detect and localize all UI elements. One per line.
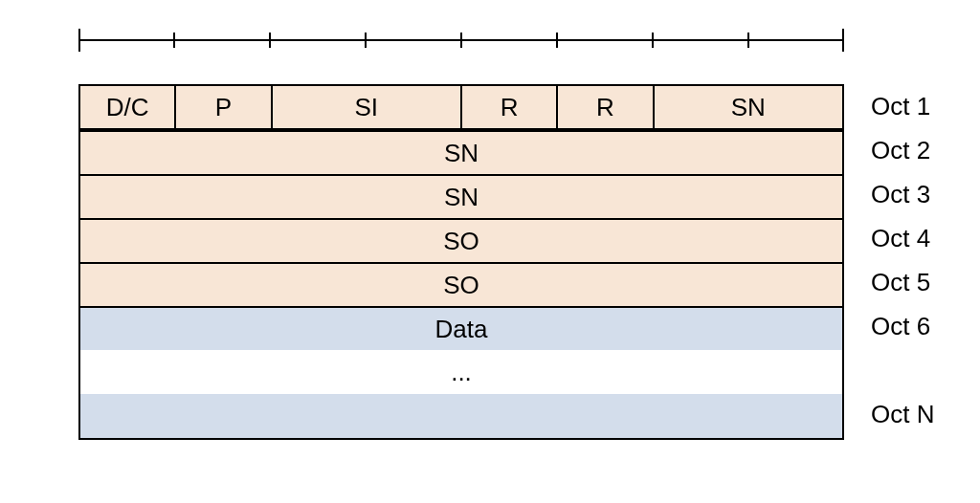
octet-labels: Oct 1 Oct 2 Oct 3 Oct 4 Oct 5 Oct 6 Oct …: [865, 84, 970, 436]
field-ellipsis: ...: [80, 350, 842, 394]
field-sn-cont-3: SN: [80, 176, 842, 218]
label-oct-2: Oct 2: [865, 128, 970, 172]
field-so-5: SO: [80, 264, 842, 306]
octet-row-5: SO: [80, 262, 842, 306]
field-dc: D/C: [80, 86, 176, 128]
field-sn-cont-2: SN: [80, 132, 842, 174]
field-sn: SN: [655, 86, 843, 128]
field-p: P: [176, 86, 272, 128]
label-oct-5: Oct 5: [865, 260, 970, 304]
octet-row-n: [80, 394, 842, 438]
octet-row-6: Data: [80, 306, 842, 350]
octet-row-3: SN: [80, 174, 842, 218]
packet-diagram: D/C P SI R R SN SN SN SO SO Data ... O: [0, 0, 980, 503]
octet-row-2: SN: [80, 130, 842, 174]
label-oct-gap: [865, 348, 970, 392]
field-so-4: SO: [80, 220, 842, 262]
octet-frame: D/C P SI R R SN SN SN SO SO Data ...: [78, 84, 844, 440]
field-si: SI: [273, 86, 463, 128]
octet-row-4: SO: [80, 218, 842, 262]
octet-row-1: D/C P SI R R SN: [80, 86, 842, 130]
label-oct-1: Oct 1: [865, 84, 970, 128]
field-data-last: [80, 394, 842, 438]
label-oct-4: Oct 4: [865, 216, 970, 260]
octet-row-ellipsis: ...: [80, 350, 842, 394]
bit-ruler: [78, 27, 844, 54]
label-oct-3: Oct 3: [865, 172, 970, 216]
label-oct-6: Oct 6: [865, 304, 970, 348]
label-oct-n: Oct N: [865, 392, 970, 436]
field-r2: R: [558, 86, 654, 128]
field-r1: R: [462, 86, 558, 128]
field-data: Data: [80, 308, 842, 350]
